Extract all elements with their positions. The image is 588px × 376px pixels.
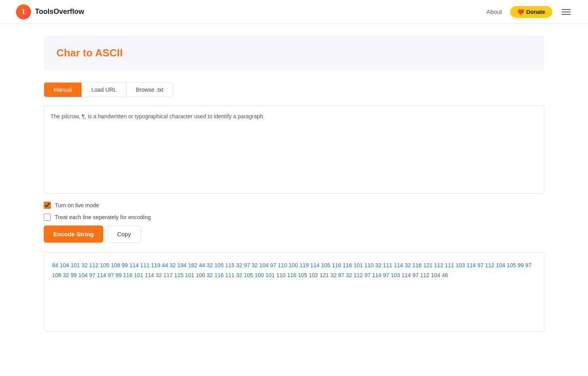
live-mode-checkbox[interactable] — [44, 202, 51, 209]
about-link[interactable]: About — [486, 8, 502, 15]
page-title-area: Char to ASCII — [44, 36, 544, 70]
logo-text: ToolsOverflow — [35, 8, 84, 16]
live-mode-label: Turn on live mode — [55, 202, 99, 208]
hamburger-line-3 — [562, 14, 571, 15]
hamburger-line-1 — [562, 9, 571, 10]
heart-icon: ❤️ — [517, 9, 524, 15]
input-tabs: Manual Load URL Browse .txt — [44, 82, 173, 97]
tab-browse-txt[interactable]: Browse .txt — [126, 83, 173, 97]
donate-button[interactable]: ❤️ Donate — [510, 6, 552, 18]
encode-string-button[interactable]: Encode String — [44, 226, 103, 243]
live-mode-row: Turn on live mode — [44, 202, 544, 209]
logo-icon: t — [16, 4, 31, 19]
menu-button[interactable] — [560, 8, 572, 16]
header: t ToolsOverflow About ❤️ Donate — [0, 0, 588, 24]
input-textarea[interactable] — [50, 112, 538, 185]
page-title: Char to ASCII — [56, 47, 532, 59]
treat-lines-row: Treat each line seperately for encoding — [44, 214, 544, 221]
action-buttons: Encode String Copy — [44, 226, 544, 243]
hamburger-line-2 — [562, 12, 571, 12]
output-text: 84 104 101 32 112 105 108 99 114 111 119… — [52, 260, 536, 280]
tab-load-url[interactable]: Load URL — [82, 83, 126, 97]
treat-lines-checkbox[interactable] — [44, 214, 51, 221]
logo-area: t ToolsOverflow — [16, 4, 84, 19]
treat-lines-label: Treat each line seperately for encoding — [55, 214, 151, 220]
tab-manual[interactable]: Manual — [44, 83, 82, 97]
header-nav: About ❤️ Donate — [486, 6, 572, 18]
copy-button[interactable]: Copy — [107, 226, 141, 243]
main-content: Char to ASCII Manual Load URL Browse .tx… — [28, 24, 560, 343]
input-area — [44, 105, 544, 194]
output-area: 84 104 101 32 112 105 108 99 114 111 119… — [44, 252, 544, 332]
